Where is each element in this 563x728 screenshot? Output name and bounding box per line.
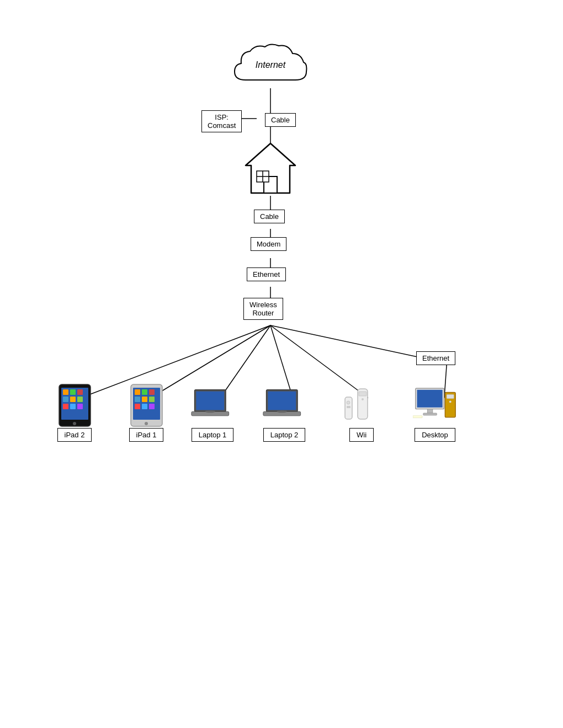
- ipad2-svg: [57, 383, 93, 427]
- cable-isp-label: Cable: [265, 113, 296, 127]
- svg-rect-24: [77, 389, 83, 395]
- svg-rect-36: [149, 389, 155, 395]
- desktop-svg: [413, 386, 457, 425]
- desktop-icon: [413, 386, 457, 425]
- svg-text:Internet: Internet: [256, 60, 286, 69]
- svg-point-31: [73, 422, 76, 425]
- laptop1-svg: [190, 388, 235, 424]
- svg-rect-25: [63, 397, 68, 402]
- wii-node: Wii: [339, 386, 384, 442]
- laptop2-svg: [262, 388, 306, 424]
- svg-rect-63: [447, 394, 454, 399]
- ipad1-node: iPad 1: [124, 386, 168, 442]
- cable-isp-box: Cable: [265, 113, 296, 127]
- modem-box: Modem: [251, 237, 286, 251]
- ipad1-label: iPad 1: [129, 428, 164, 442]
- desktop-node: Desktop: [413, 386, 457, 442]
- svg-rect-38: [142, 397, 147, 402]
- modem-node: Modem: [251, 237, 286, 251]
- laptop1-node: Laptop 1: [190, 386, 235, 442]
- wii-label: Wii: [349, 428, 374, 442]
- svg-rect-30: [77, 404, 83, 409]
- svg-point-64: [449, 401, 452, 403]
- svg-point-51: [277, 410, 287, 413]
- svg-rect-40: [135, 404, 140, 409]
- ipad1-svg: [129, 383, 164, 427]
- ipad2-label: iPad 2: [57, 428, 92, 442]
- router-node: Wireless Router: [243, 298, 283, 320]
- svg-line-12: [270, 325, 425, 358]
- isp-label: ISP: Comcast: [201, 110, 242, 132]
- ethernet-modem-box: Ethernet: [247, 267, 286, 281]
- svg-point-56: [347, 401, 350, 404]
- laptop2-icon: [262, 386, 306, 425]
- cable-house-box: Cable: [254, 210, 285, 223]
- cable-house-label: Cable: [254, 210, 285, 223]
- svg-rect-35: [142, 389, 147, 395]
- svg-rect-42: [149, 404, 155, 409]
- svg-rect-65: [413, 416, 422, 418]
- ipad1-icon: [124, 386, 168, 425]
- laptop2-node: Laptop 2: [262, 386, 306, 442]
- ethernet-desktop-box: Ethernet: [416, 351, 455, 365]
- laptop1-icon: [190, 386, 235, 425]
- isp-box: ISP: Comcast: [201, 110, 242, 132]
- wii-svg: [342, 386, 381, 425]
- internet-cloud-icon: Internet: [229, 41, 312, 91]
- svg-rect-37: [135, 397, 140, 402]
- svg-point-43: [145, 422, 148, 425]
- svg-rect-41: [142, 404, 147, 409]
- svg-rect-34: [135, 389, 140, 395]
- svg-rect-53: [359, 392, 367, 396]
- svg-rect-57: [347, 406, 350, 408]
- laptop2-label: Laptop 2: [263, 428, 306, 442]
- svg-line-7: [83, 325, 270, 397]
- svg-rect-28: [63, 404, 68, 409]
- house-node: [243, 141, 298, 196]
- laptop1-label: Laptop 1: [192, 428, 234, 442]
- svg-rect-22: [63, 389, 68, 395]
- svg-rect-45: [196, 391, 224, 410]
- svg-rect-29: [70, 404, 76, 409]
- svg-point-47: [205, 410, 215, 413]
- house-icon: [243, 141, 298, 196]
- svg-rect-23: [70, 389, 76, 395]
- svg-rect-49: [268, 391, 296, 410]
- wii-icon: [339, 386, 384, 425]
- svg-rect-59: [417, 390, 443, 408]
- svg-rect-26: [70, 397, 76, 402]
- router-box: Wireless Router: [243, 298, 283, 320]
- internet-node: Internet: [229, 41, 312, 91]
- desktop-label: Desktop: [415, 428, 455, 442]
- network-diagram: Internet ISP: Comcast Cable Cable Modem …: [0, 0, 563, 728]
- ipad2-icon: [52, 386, 97, 425]
- svg-rect-61: [423, 413, 437, 415]
- svg-rect-27: [77, 397, 83, 402]
- ethernet-modem-label: Ethernet: [247, 267, 286, 281]
- ipad2-node: iPad 2: [52, 386, 97, 442]
- svg-point-54: [362, 398, 364, 400]
- ethernet-desktop-label: Ethernet: [416, 351, 455, 365]
- svg-rect-39: [149, 397, 155, 402]
- svg-rect-60: [427, 409, 432, 414]
